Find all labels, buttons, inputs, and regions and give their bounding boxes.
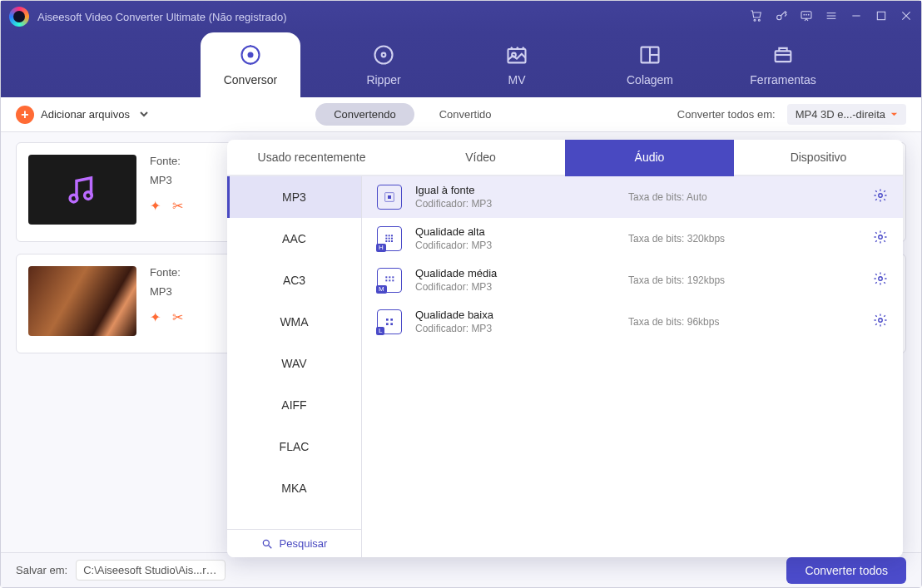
gear-icon[interactable] bbox=[873, 271, 888, 289]
cut-icon[interactable]: ✂ bbox=[172, 198, 183, 214]
save-path-input[interactable]: C:\Aiseesoft Studio\Ais...rter bbox=[76, 560, 226, 581]
svg-point-5 bbox=[806, 14, 807, 15]
sidebar-item-mp3[interactable]: MP3 bbox=[227, 176, 361, 218]
sidebar-item-wma[interactable]: WMA bbox=[227, 301, 361, 343]
nav-tab-ripper[interactable]: Ripper bbox=[334, 32, 434, 97]
svg-rect-43 bbox=[389, 276, 390, 278]
feedback-icon[interactable] bbox=[800, 9, 813, 25]
preset-list: Igual à fonte Codificador: MP3 Taxa de b… bbox=[362, 176, 903, 557]
source-label: Fonte: bbox=[150, 155, 181, 167]
popup-tab-video[interactable]: Vídeo bbox=[396, 140, 565, 175]
sidebar-item-wav[interactable]: WAV bbox=[227, 343, 361, 384]
sidebar-item-aiff[interactable]: AIFF bbox=[227, 384, 361, 426]
svg-rect-46 bbox=[389, 279, 390, 281]
preset-title: Qualidade alta bbox=[415, 225, 615, 238]
status-filter: Convertendo Convertido bbox=[312, 103, 513, 126]
nav-tab-label: Colagem bbox=[627, 73, 673, 86]
cut-icon[interactable]: ✂ bbox=[172, 309, 183, 325]
pill-converting[interactable]: Convertendo bbox=[315, 103, 414, 126]
svg-rect-45 bbox=[385, 279, 387, 281]
nav-tab-mv[interactable]: MV bbox=[467, 32, 567, 97]
chevron-down-icon bbox=[890, 108, 898, 121]
item-format: MP3 bbox=[150, 285, 172, 298]
preset-row[interactable]: Igual à fonte Codificador: MP3 Taxa de b… bbox=[362, 176, 903, 218]
nav-tab-collage[interactable]: Colagem bbox=[600, 32, 700, 97]
svg-point-17 bbox=[382, 53, 386, 57]
convert-all-in-label: Converter todos em: bbox=[677, 108, 776, 121]
svg-line-28 bbox=[268, 545, 271, 548]
popup-tab-audio[interactable]: Áudio bbox=[565, 140, 734, 175]
svg-rect-51 bbox=[386, 323, 389, 325]
output-format-value: MP4 3D e...-direita bbox=[796, 108, 885, 121]
svg-point-15 bbox=[248, 52, 254, 58]
sidebar-item-aac[interactable]: AAC bbox=[227, 218, 361, 259]
svg-point-4 bbox=[804, 14, 805, 15]
effect-icon[interactable]: ✦ bbox=[150, 309, 161, 325]
thumbnail-audio-icon bbox=[28, 155, 136, 225]
add-files-label: Adicionar arquivos bbox=[41, 108, 130, 121]
preset-icon bbox=[377, 185, 402, 210]
search-label: Pesquisar bbox=[280, 537, 328, 550]
nav-tab-label: Ferramentas bbox=[750, 73, 815, 86]
preset-icon: M bbox=[377, 268, 402, 293]
svg-point-6 bbox=[808, 14, 809, 15]
nav-tab-label: Ripper bbox=[366, 73, 400, 86]
popup-tab-recent[interactable]: Usado recentemente bbox=[227, 140, 396, 175]
svg-rect-37 bbox=[391, 237, 393, 239]
preset-row[interactable]: L Qualidade baixa Codificador: MP3 Taxa … bbox=[362, 301, 903, 343]
app-window: Aiseesoft Video Converter Ultimate (Não … bbox=[0, 0, 922, 588]
svg-rect-44 bbox=[392, 276, 394, 278]
sidebar-item-flac[interactable]: FLAC bbox=[227, 426, 361, 467]
sidebar-item-mka[interactable]: MKA bbox=[227, 467, 361, 509]
preset-row[interactable]: M Qualidade média Codificador: MP3 Taxa … bbox=[362, 259, 903, 301]
nav-tab-tools[interactable]: Ferramentas bbox=[733, 32, 833, 97]
convert-all-button[interactable]: Converter todos bbox=[786, 557, 906, 584]
svg-rect-11 bbox=[877, 12, 885, 19]
svg-rect-42 bbox=[385, 276, 387, 278]
svg-rect-36 bbox=[389, 237, 390, 239]
preset-icon: H bbox=[377, 226, 402, 251]
gear-icon[interactable] bbox=[873, 230, 888, 247]
main-nav: Conversor Ripper MV Colagem Ferramentas bbox=[1, 32, 921, 97]
svg-rect-35 bbox=[385, 237, 387, 239]
cart-icon[interactable] bbox=[750, 9, 763, 25]
pill-converted[interactable]: Convertido bbox=[421, 103, 510, 126]
svg-rect-47 bbox=[392, 279, 394, 281]
preset-title: Qualidade baixa bbox=[415, 309, 615, 321]
effect-icon[interactable]: ✦ bbox=[150, 198, 161, 214]
svg-point-1 bbox=[758, 19, 760, 21]
svg-rect-32 bbox=[385, 235, 387, 236]
titlebar: Aiseesoft Video Converter Ultimate (Não … bbox=[1, 1, 921, 32]
svg-rect-34 bbox=[391, 235, 393, 236]
maximize-button[interactable] bbox=[875, 9, 888, 25]
nav-tab-label: MV bbox=[508, 73, 526, 86]
close-button[interactable] bbox=[900, 9, 913, 25]
toolbar: + Adicionar arquivos Convertendo Convert… bbox=[1, 97, 921, 132]
popup-tab-device[interactable]: Dispositivo bbox=[734, 140, 903, 175]
output-format-select[interactable]: MP4 3D e...-direita bbox=[787, 104, 906, 125]
menu-icon[interactable] bbox=[825, 9, 838, 25]
svg-rect-49 bbox=[386, 319, 389, 321]
convert-all-in: Converter todos em: MP4 3D e...-direita bbox=[677, 104, 906, 125]
preset-row[interactable]: H Qualidade alta Codificador: MP3 Taxa d… bbox=[362, 218, 903, 259]
add-files-button[interactable]: + Adicionar arquivos bbox=[16, 106, 148, 124]
nav-tab-converter[interactable]: Conversor bbox=[201, 32, 300, 97]
svg-rect-40 bbox=[391, 240, 393, 242]
window-title: Aiseesoft Video Converter Ultimate (Não … bbox=[37, 11, 287, 23]
svg-point-2 bbox=[777, 15, 781, 19]
format-sidebar: MP3 AAC AC3 WMA WAV AIFF FLAC MKA Pesqui… bbox=[227, 176, 362, 557]
svg-point-26 bbox=[85, 192, 92, 200]
minimize-button[interactable] bbox=[850, 9, 863, 25]
svg-point-27 bbox=[263, 540, 269, 546]
chevron-down-icon[interactable] bbox=[140, 108, 148, 121]
svg-point-16 bbox=[375, 47, 393, 64]
gear-icon[interactable] bbox=[873, 188, 888, 205]
svg-rect-39 bbox=[389, 240, 390, 242]
gear-icon[interactable] bbox=[873, 313, 888, 330]
item-format: MP3 bbox=[150, 174, 172, 186]
save-in-label: Salvar em: bbox=[16, 564, 67, 576]
sidebar-item-ac3[interactable]: AC3 bbox=[227, 259, 361, 301]
svg-point-31 bbox=[879, 194, 883, 198]
key-icon[interactable] bbox=[775, 9, 788, 25]
search-button[interactable]: Pesquisar bbox=[227, 529, 361, 557]
